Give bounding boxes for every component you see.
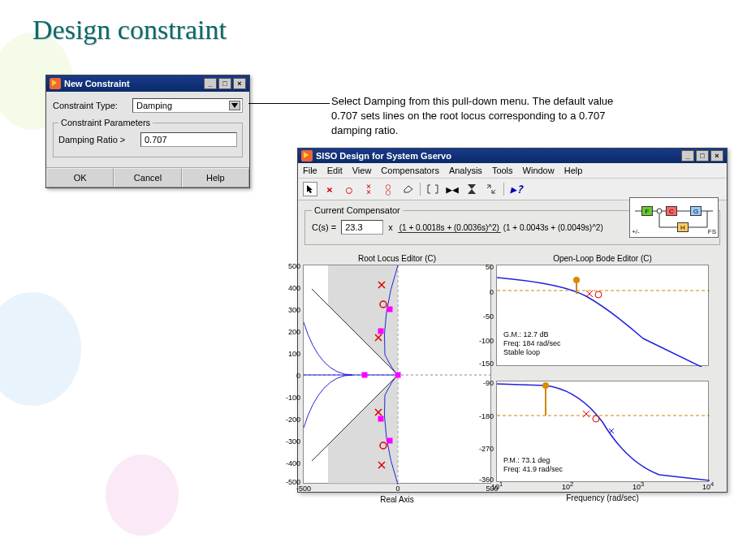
ytick: -50 — [474, 312, 494, 321]
close-button[interactable]: × — [233, 78, 246, 89]
arrow-tool-icon[interactable] — [303, 182, 317, 196]
page-title: Design constraint — [32, 15, 227, 45]
ytick: 500 — [281, 262, 300, 270]
compensator-legend: Current Compensator — [312, 205, 403, 215]
toolbar-separator — [503, 183, 504, 196]
dialog-title: New Constraint — [64, 79, 130, 88]
decorative-balloon — [106, 454, 179, 536]
ytick: -300 — [281, 437, 300, 446]
svg-rect-6 — [387, 307, 392, 312]
add-pole-icon[interactable]: × — [322, 182, 337, 196]
damping-ratio-input[interactable]: 0.707 — [140, 132, 237, 147]
menu-analysis[interactable]: Analysis — [449, 166, 482, 175]
menu-view[interactable]: View — [352, 166, 372, 175]
ytick: 400 — [281, 284, 300, 292]
bode-phase-plot[interactable]: -90 -180 -270 -360 P.M.: 73.1 deg Freq: … — [496, 381, 709, 482]
minimize-button[interactable]: _ — [204, 78, 217, 89]
tf-numerator: (1 + 0.0018s + (0.0036s)^2) — [398, 223, 501, 233]
svg-point-21 — [593, 416, 599, 422]
matlab-icon — [301, 150, 313, 162]
help-button[interactable]: Help — [182, 168, 249, 187]
ytick: 200 — [281, 328, 300, 336]
bracket-icon[interactable] — [425, 182, 440, 196]
add-complex-zero-icon[interactable]: ○○ — [381, 182, 395, 196]
skip-icon[interactable]: ▶◀ — [445, 182, 460, 196]
matlab-icon — [50, 78, 61, 89]
xtick: 101 — [491, 480, 503, 491]
ytick: 50 — [474, 263, 494, 271]
gain-value: 23.3 — [345, 222, 362, 232]
maximize-button[interactable]: □ — [218, 78, 231, 89]
constraint-type-value: Damping — [136, 101, 172, 110]
times-label: x — [388, 222, 393, 232]
ytick: -400 — [281, 459, 300, 467]
xtick: 104 — [702, 480, 714, 491]
dialog-titlebar[interactable]: New Constraint _ □ × — [46, 75, 249, 92]
new-constraint-dialog: New Constraint _ □ × Constraint Type: Da… — [45, 75, 250, 188]
block-diagram[interactable]: F C G H +/- FS — [629, 197, 719, 238]
ytick: 0 — [474, 288, 494, 296]
svg-rect-9 — [378, 416, 383, 421]
root-locus-plot[interactable]: Root Locus Editor (C) — [303, 265, 491, 484]
menu-edit[interactable]: Edit — [327, 166, 343, 175]
constraint-params-legend: Constraint Parameters — [58, 118, 153, 127]
gain-input[interactable]: 23.3 — [341, 220, 383, 235]
siso-design-window: SISO Design for System Gservo _ □ × File… — [297, 148, 728, 493]
tf-denominator: (1 + 0.0043s + (0.0049s)^2) — [503, 223, 603, 232]
transfer-function: (1 + 0.0018s + (0.0036s)^2) (1 + 0.0043s… — [398, 223, 603, 232]
menu-file[interactable]: File — [303, 166, 317, 175]
minimize-button[interactable]: _ — [681, 150, 694, 162]
menu-help[interactable]: Help — [564, 166, 583, 175]
hourglass-icon[interactable] — [464, 182, 479, 196]
ok-button[interactable]: OK — [46, 168, 114, 187]
ytick: 0 — [281, 372, 300, 380]
menu-window[interactable]: Window — [523, 166, 555, 175]
ytick: -100 — [474, 337, 494, 345]
root-locus-canvas — [304, 265, 492, 485]
window-titlebar[interactable]: SISO Design for System Gservo _ □ × — [298, 149, 727, 163]
bode-title: Open-Loop Bode Editor (C) — [497, 254, 708, 263]
svg-rect-11 — [395, 373, 400, 377]
close-button[interactable]: × — [710, 150, 723, 162]
add-zero-icon[interactable]: ○ — [342, 182, 356, 196]
gm-freq: Freq: 184 rad/sec — [503, 339, 561, 348]
xtick: 103 — [633, 480, 644, 491]
annotation-text: Select Damping from this pull-down menu.… — [331, 94, 615, 139]
svg-rect-7 — [387, 438, 392, 443]
cancel-button[interactable]: Cancel — [114, 168, 181, 187]
pm-freq: Freq: 41.9 rad/sec — [503, 465, 563, 474]
constraint-type-select[interactable]: Damping — [132, 98, 243, 113]
xtick: -500 — [296, 485, 311, 493]
root-locus-title: Root Locus Editor (C) — [304, 254, 490, 263]
svg-point-0 — [657, 209, 662, 213]
ytick: -150 — [474, 360, 494, 368]
ytick: -180 — [474, 412, 494, 420]
maximize-button[interactable]: □ — [696, 150, 709, 162]
ytick: -100 — [281, 394, 300, 402]
menu-tools[interactable]: Tools — [492, 166, 513, 175]
damping-ratio-value: 0.707 — [145, 135, 167, 144]
ytick: 300 — [281, 306, 300, 314]
toolbar-separator — [420, 183, 421, 196]
ytick: -90 — [474, 379, 494, 387]
svg-rect-8 — [378, 329, 383, 334]
stable-loop: Stable loop — [503, 348, 561, 357]
window-title: SISO Design for System Gservo — [316, 151, 451, 161]
menu-compensators[interactable]: Compensators — [381, 166, 439, 175]
gain-margin: G.M.: 12.7 dB — [503, 330, 561, 339]
chevron-down-icon[interactable] — [229, 101, 240, 110]
svg-point-17 — [595, 291, 602, 298]
phase-margin: P.M.: 73.1 deg — [503, 456, 563, 465]
root-locus-xlabel: Real Axis — [304, 495, 490, 504]
ytick: 100 — [281, 350, 300, 358]
damping-ratio-label: Damping Ratio > — [58, 135, 136, 144]
bode-magnitude-plot[interactable]: Open-Loop Bode Editor (C) 50 0 -50 -100 … — [496, 265, 709, 366]
whats-this-icon[interactable]: ▶? — [509, 182, 524, 196]
eraser-icon[interactable] — [400, 182, 415, 196]
add-complex-pole-icon[interactable]: ×× — [361, 182, 376, 196]
svg-point-16 — [573, 277, 580, 283]
cs-label: C(s) = — [312, 222, 336, 232]
xtick: 0 — [395, 485, 399, 493]
svg-point-20 — [542, 382, 549, 389]
expand-icon[interactable] — [484, 182, 499, 196]
